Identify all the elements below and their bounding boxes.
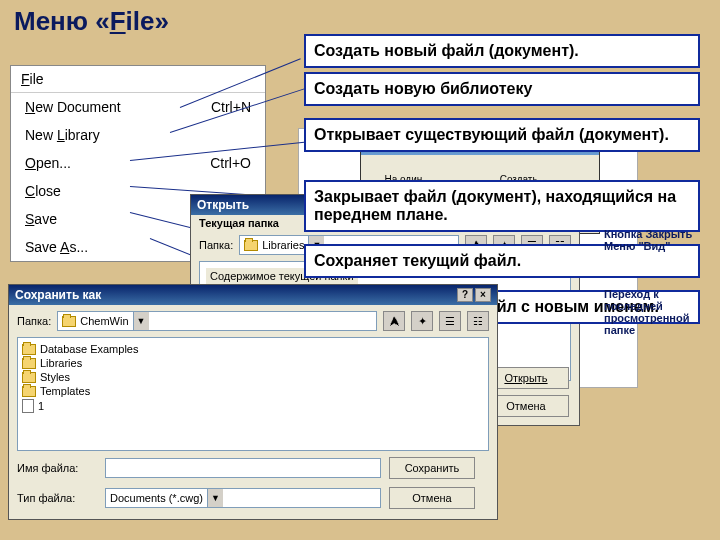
- folder-icon: [62, 316, 76, 327]
- menu-item-open[interactable]: Open... Ctrl+O: [11, 149, 265, 177]
- list-item[interactable]: Templates: [22, 384, 484, 398]
- close-icon[interactable]: ×: [475, 288, 491, 302]
- callout-close: Закрывает файл (документ), находящийся н…: [304, 180, 700, 232]
- filename-input[interactable]: [105, 458, 381, 478]
- filetype-combo[interactable]: Documents (*.cwg) ▼: [105, 488, 381, 508]
- callout-new-library: Создать новую библиотеку: [304, 72, 700, 106]
- menu-item-new-document[interactable]: New Document Ctrl+N: [11, 93, 265, 121]
- callout-new-file: Создать новый файл (документ).: [304, 34, 700, 68]
- save-as-dialog: Сохранить как ? × Папка: ChemWin ▼ ⮝ ✦ ☰…: [8, 284, 498, 520]
- folder-combo-value: Libraries: [262, 239, 304, 251]
- filetype-label: Тип файла:: [17, 492, 97, 504]
- papka-label: Папка:: [199, 239, 233, 251]
- folder-icon: [22, 372, 36, 383]
- chevron-down-icon[interactable]: ▼: [133, 312, 149, 330]
- details-view-icon[interactable]: ☷: [467, 311, 489, 331]
- saveas-title: Сохранить как: [15, 288, 101, 302]
- shortcut: Ctrl+O: [210, 155, 251, 171]
- folder-combo-value: ChemWin: [80, 315, 128, 327]
- new-folder-icon[interactable]: ✦: [411, 311, 433, 331]
- saveas-titlebar: Сохранить как ? ×: [9, 285, 497, 305]
- cancel-button[interactable]: Отмена: [389, 487, 475, 509]
- list-item[interactable]: 1: [22, 398, 484, 414]
- filetype-value: Documents (*.cwg): [110, 492, 203, 504]
- callout-open: Открывает существующий файл (документ).: [304, 118, 700, 152]
- help-icon[interactable]: ?: [457, 288, 473, 302]
- list-item[interactable]: Styles: [22, 370, 484, 384]
- folder-icon: [22, 358, 36, 369]
- save-button[interactable]: Сохранить: [389, 457, 475, 479]
- file-icon: [22, 399, 34, 413]
- papka-label: Папка:: [17, 315, 51, 327]
- up-level-icon[interactable]: ⮝: [383, 311, 405, 331]
- page-title: Меню «File»: [14, 6, 169, 37]
- list-item[interactable]: Libraries: [22, 356, 484, 370]
- menu-item-new-library[interactable]: New Library: [11, 121, 265, 149]
- folder-icon: [22, 386, 36, 397]
- list-item[interactable]: Database Examples: [22, 342, 484, 356]
- open-dialog-title: Открыть: [197, 198, 249, 212]
- saveas-file-list[interactable]: Database Examples Libraries Styles Templ…: [17, 337, 489, 451]
- side-note-last-folder: Переход к последней просмотренной папке: [604, 288, 716, 336]
- folder-icon: [22, 344, 36, 355]
- folder-combo[interactable]: ChemWin ▼: [57, 311, 377, 331]
- side-note-close-view: Кнопка Закрыть Меню "Вид": [604, 228, 710, 252]
- folder-icon: [244, 240, 258, 251]
- filename-label: Имя файла:: [17, 462, 97, 474]
- list-view-icon[interactable]: ☰: [439, 311, 461, 331]
- chevron-down-icon[interactable]: ▼: [207, 489, 223, 507]
